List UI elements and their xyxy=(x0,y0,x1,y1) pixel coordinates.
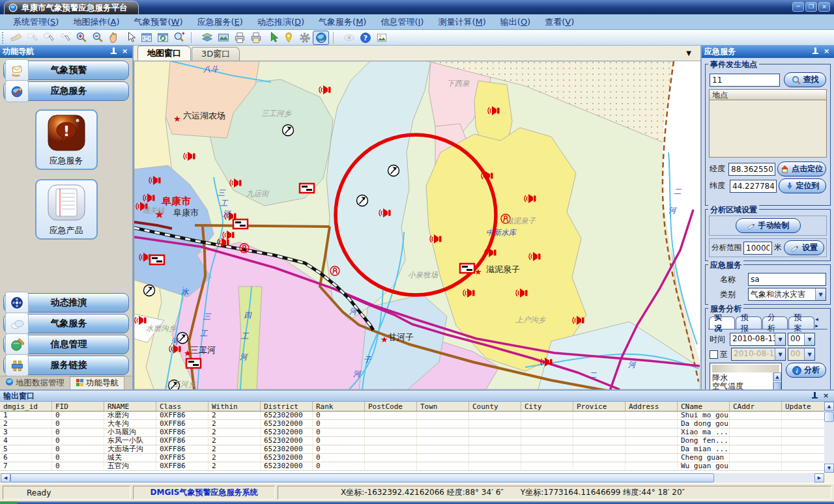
refresh-icon[interactable] xyxy=(154,31,171,45)
column-header[interactable]: Town xyxy=(417,402,469,411)
nav-bottom-tab-1[interactable]: 功能导航 xyxy=(70,376,124,389)
menu-item-I[interactable]: 信息管理(I) xyxy=(374,14,430,30)
column-header[interactable]: Provice xyxy=(573,402,626,411)
pin-marker-icon[interactable] xyxy=(280,31,296,45)
analysis-tab-0[interactable]: 实况 xyxy=(709,316,735,329)
hour-select[interactable]: 00▼ xyxy=(788,333,815,346)
select-point-icon[interactable] xyxy=(57,31,73,45)
menu-item-D[interactable]: 动态推演(D) xyxy=(251,14,311,30)
column-header[interactable]: City xyxy=(521,402,573,411)
measure-icon[interactable] xyxy=(8,31,24,45)
column-header[interactable]: CAddr xyxy=(730,402,782,411)
column-header[interactable]: District xyxy=(261,402,313,411)
service-name-input[interactable] xyxy=(748,273,826,286)
select-box-icon[interactable] xyxy=(24,31,40,45)
menu-item-V[interactable]: 查看(V) xyxy=(538,14,581,30)
element-list-scrollbar[interactable]: ▲ xyxy=(773,372,781,389)
zoom-out-icon[interactable] xyxy=(89,31,106,45)
tab-scroll-icons[interactable]: ◂ ▸ xyxy=(815,316,827,329)
nav-pin-icon[interactable] xyxy=(109,48,119,56)
column-header[interactable]: FID xyxy=(52,402,104,411)
click-locate-button[interactable]: 点击定位 xyxy=(777,161,826,176)
column-header[interactable]: CName xyxy=(678,402,730,411)
tab-list-dropdown-icon[interactable]: ▼ xyxy=(686,49,691,57)
vertical-scrollbar[interactable]: ▲ ▼ xyxy=(824,402,834,473)
nav-group-bottom-1[interactable]: 气象服务 xyxy=(3,314,129,333)
latitude-input[interactable] xyxy=(730,180,777,193)
output-table[interactable]: dmgis_idFIDRNAMEClassWithinDistrictRankP… xyxy=(0,402,824,473)
place-list[interactable] xyxy=(709,100,827,158)
nav-group-bottom-0[interactable]: 动态推演 xyxy=(3,293,129,313)
zoom-window-icon[interactable] xyxy=(171,31,187,45)
nav-group-bottom-3[interactable]: 服务链接 xyxy=(3,356,129,375)
scroll-left-icon[interactable]: ◀ xyxy=(1,473,10,483)
map-layers-icon[interactable] xyxy=(199,31,215,45)
nav-shortcut-0[interactable]: !应急服务 xyxy=(35,109,98,170)
select-arrow-green-icon[interactable] xyxy=(264,31,280,45)
column-header[interactable]: PostCode xyxy=(365,402,417,411)
nav-shortcut-1[interactable]: 应急产品 xyxy=(35,179,98,240)
select-lasso-icon[interactable] xyxy=(40,31,57,45)
manual-draw-button[interactable]: 手动绘制 xyxy=(736,218,801,233)
pointer-icon[interactable] xyxy=(122,31,138,45)
menu-item-A[interactable]: 地图操作(A) xyxy=(66,14,126,30)
globe-active-icon[interactable] xyxy=(313,31,329,45)
nav-close-icon[interactable]: × xyxy=(120,48,130,56)
restore-button[interactable]: ❐ xyxy=(805,2,817,12)
scroll-right-icon[interactable]: ▶ xyxy=(814,473,824,483)
longitude-input[interactable] xyxy=(728,163,775,176)
panel-close-icon[interactable]: × xyxy=(822,48,831,56)
map-canvas[interactable]: ★★★★★ 六运湖农场三工河乡下西泉九运街阜康市城关镇阜康市滋泥泉子中新水库滋泥… xyxy=(134,61,700,389)
table-row[interactable]: 40东风一小队0XFF8626523020000Dong fen... xyxy=(0,437,824,445)
column-header[interactable]: Class xyxy=(156,402,208,411)
column-header[interactable]: dmgis_id xyxy=(0,402,52,411)
map-svg[interactable]: ★★★★★ 六运湖农场三工河乡下西泉九运街阜康市城关镇阜康市滋泥泉子中新水库滋泥… xyxy=(134,61,700,389)
date-to-select[interactable]: 2010-08-13▼ xyxy=(731,348,786,361)
scroll-up-icon[interactable]: ▲ xyxy=(773,372,781,381)
output-close-icon[interactable]: × xyxy=(821,392,831,400)
element-listbox[interactable]: 降水空气温度 ▲ xyxy=(710,363,782,389)
output-pin-icon[interactable] xyxy=(810,392,820,400)
column-header[interactable]: Rank xyxy=(313,402,365,411)
column-header[interactable]: Within xyxy=(208,402,261,411)
table-row[interactable]: 70五官沟0XFF8626523020000Wu guan gou xyxy=(0,462,824,471)
scroll-down-icon[interactable]: ▼ xyxy=(824,464,834,473)
analysis-tab-1[interactable]: 预报 xyxy=(736,316,762,329)
map-tab-1[interactable]: 3D窗口 xyxy=(192,47,240,61)
location-search-input[interactable] xyxy=(710,74,780,87)
zoom-in-icon[interactable] xyxy=(73,31,89,45)
minimize-button[interactable]: ─ xyxy=(792,2,804,12)
eye-icon[interactable] xyxy=(341,31,357,45)
analysis-tab-2[interactable]: 分析 xyxy=(762,316,788,329)
menu-item-M[interactable]: 气象服务(M) xyxy=(312,14,373,30)
table-row[interactable]: 30小马厩沟0XFF8626523020000Xiao ma ... xyxy=(0,428,824,437)
nav-group-top-0[interactable]: 气象预警 xyxy=(3,61,129,80)
to-checkbox[interactable] xyxy=(710,350,718,359)
date-select[interactable]: 2010-08-13▼ xyxy=(730,333,786,346)
table-row[interactable]: 50大面场子沟0XFF8626523020000Da mian ... xyxy=(0,445,824,454)
horizontal-scrollbar[interactable]: ◀ ▶ xyxy=(1,473,824,483)
pan-icon[interactable] xyxy=(106,31,122,45)
menu-item-M[interactable]: 测量计算(M) xyxy=(431,14,492,30)
print-icon[interactable] xyxy=(231,31,248,45)
column-header[interactable]: RNAME xyxy=(104,402,156,411)
menu-item-W[interactable]: 气象预警(W) xyxy=(127,14,189,30)
table-row[interactable]: 60城关0XFF8526523020000Cheng guan xyxy=(0,454,824,462)
analysis-tab-3[interactable]: 预案 xyxy=(788,316,814,329)
set-button[interactable]: 设置 xyxy=(784,240,824,255)
menu-item-E[interactable]: 应急服务(E) xyxy=(191,14,250,30)
close-button[interactable]: × xyxy=(818,2,830,12)
element-item-1[interactable]: 空气温度 xyxy=(710,382,781,389)
panel-pin-icon[interactable] xyxy=(811,48,820,56)
toolbar-grip[interactable] xyxy=(2,32,5,44)
service-type-select[interactable]: 气象和洪水灾害▼ xyxy=(748,288,826,301)
h-scroll-thumb[interactable] xyxy=(10,473,714,483)
nav-bottom-tab-0[interactable]: 地图数据管理 xyxy=(0,376,70,389)
menu-item-S[interactable]: 系统管理(S) xyxy=(7,14,65,30)
column-header[interactable]: Address xyxy=(626,402,678,411)
image-export-icon[interactable] xyxy=(215,31,231,45)
scroll-up-icon[interactable]: ▲ xyxy=(824,402,834,411)
column-header[interactable]: County xyxy=(469,402,521,411)
help-icon[interactable]: ? xyxy=(357,31,373,45)
settings-gear-icon[interactable] xyxy=(296,31,313,45)
